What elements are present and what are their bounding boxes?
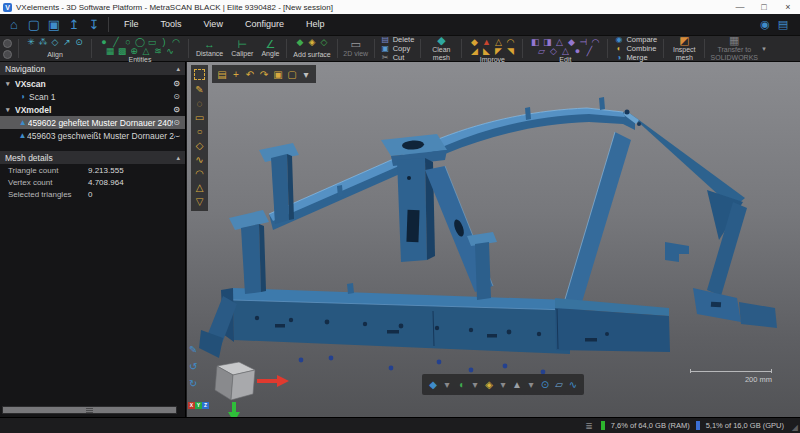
edit-split-icon[interactable]: ╱ [583,47,595,56]
surface-display-icon[interactable]: ◖ [454,379,468,390]
settings-display-icon[interactable]: ⊙ [538,379,552,390]
lasso-select-icon[interactable]: ◌ [191,97,208,111]
rotate-view-ccw-icon[interactable]: ↺ [189,362,197,372]
feedback-icon[interactable]: ▤ [774,18,792,31]
visibility-eye-closed-icon[interactable]: ⌣ [175,131,180,141]
visibility-eye-icon[interactable]: ⊙ [173,79,180,88]
rotate-right-icon[interactable]: ↷ [257,69,271,80]
pan-icon[interactable]: + [229,69,243,80]
freeform-select-icon[interactable]: ∿ [191,153,208,167]
entity-sphere-icon[interactable]: ⊕ [128,47,140,56]
visibility-eye-icon[interactable]: ⊙ [173,118,180,127]
merge-button[interactable]: ◑ Merge [614,54,657,62]
display-mode-icon[interactable]: ▤ [215,69,229,80]
scan-session-icon[interactable]: ▣ [44,15,64,35]
tripod-display-caret-icon[interactable]: ▾ [524,379,538,390]
combine-button[interactable]: ◐ Combine [614,45,657,53]
delete-button[interactable]: ▤ Delete [381,36,415,44]
mesh-display-icon[interactable]: ◆ [426,379,440,390]
rotate-left-icon[interactable]: ↶ [243,69,257,80]
align-probe-icon[interactable]: ↗ [61,38,73,47]
circle-select-icon[interactable]: ○ [191,125,208,139]
improve-decimate-icon[interactable]: ◤ [492,47,504,56]
collapse-chevron-icon[interactable]: ▴ [176,65,180,73]
add-surface-fill-icon[interactable]: ◇ [318,38,330,47]
visibility-eye-icon[interactable]: ⊙ [173,105,180,114]
view-options-caret-icon[interactable]: ▾ [299,69,313,80]
improve-bridge-icon[interactable]: ◣ [480,47,492,56]
edit-fillet-icon[interactable]: ● [571,47,583,56]
rotate-view-cw-icon[interactable]: ↻ [189,379,197,389]
edit-plane-cut-icon[interactable]: ▱ [535,47,547,56]
new-session-icon[interactable]: ▢ [24,15,44,35]
visibility-eye-icon[interactable]: ⊙ [173,92,180,101]
2d-view-button[interactable]: ▭ 2D view [341,37,371,60]
transfer-solidworks-button[interactable]: ▦ Transfer to SOLIDWORKS [708,37,760,60]
close-button[interactable]: × [776,0,800,14]
entity-grid-icon[interactable]: ▦ [104,47,116,56]
section-curve-icon[interactable]: ∿ [566,379,580,390]
edit-wrap-icon[interactable]: △ [559,47,571,56]
home-icon[interactable]: ⌂ [4,15,24,35]
compare-button[interactable]: ◉ Compare [614,36,657,44]
caret-down-icon[interactable]: ▾ [6,80,15,88]
menu-help[interactable]: Help [295,14,336,35]
tripod-display-icon[interactable]: ▲ [510,379,524,390]
navigation-panel-header[interactable]: Navigation ▴ [0,62,185,75]
entity-mesh-grid-icon[interactable]: ▩ [116,47,128,56]
tree-item-mesh-459602[interactable]: ▲ 459602 geheftet Muster Dornauer 240918… [0,116,185,129]
rectangle-selection-icon[interactable] [194,69,205,80]
tree-item-scan-1[interactable]: ◗ Scan 1 ⊙ [0,90,185,103]
rectangle-select-icon[interactable]: ▭ [191,111,208,125]
minimize-button[interactable]: — [728,0,752,14]
annotate-icon[interactable]: ✎ [189,345,197,355]
mesh-details-header[interactable]: Mesh details ▴ [0,151,185,164]
zoom-window-icon[interactable]: ▣ [271,69,285,80]
align-targets-icon[interactable]: ⁂ [37,38,49,47]
clean-mesh-button[interactable]: ◆ Clean mesh [424,37,458,60]
polygon-select-icon[interactable]: ◇ [191,139,208,153]
scrollbar-thumb[interactable] [3,407,176,413]
tree-group-vxmodel[interactable]: ▾ VXmodel ⊙ [0,103,185,116]
open-session-icon[interactable]: ↥ [64,15,84,35]
transfer-dropdown-caret-icon[interactable]: ▾ [760,45,768,53]
distance-button[interactable]: ↔ Distance [192,37,227,60]
targets-display-caret-icon[interactable]: ▾ [496,379,510,390]
surface-display-caret-icon[interactable]: ▾ [468,379,482,390]
network-status-icon[interactable]: ◉ [756,18,774,31]
entity-curve-icon[interactable]: ∿ [164,47,176,56]
arc-select-icon[interactable]: ◠ [191,167,208,181]
clipping-plane-icon[interactable]: ▱ [552,379,566,390]
improve-patch-icon[interactable]: ◢ [468,47,480,56]
tree-group-vxscan[interactable]: ▾ VXscan ⊙ [0,77,185,90]
resize-grip-icon[interactable]: ◢ [792,423,798,432]
navigation-cube[interactable] [215,362,289,417]
scan-mesh-model[interactable] [199,97,777,374]
menu-configure[interactable]: Configure [234,14,295,35]
align-plane-icon[interactable]: ◇ [49,38,61,47]
menu-view[interactable]: View [193,14,234,35]
caret-down-icon[interactable]: ▾ [6,106,15,114]
entity-surface-icon[interactable]: ≋ [152,47,164,56]
add-surface-patch-icon[interactable]: ◈ [306,38,318,47]
menu-tools[interactable]: Tools [150,14,193,35]
collapse-chevron-icon[interactable]: ▴ [176,154,180,162]
improve-refine-icon[interactable]: ◥ [504,47,516,56]
add-surface-plane-icon[interactable]: ◆ [294,38,306,47]
maximize-button[interactable]: □ [752,0,776,14]
invert-select-icon[interactable]: ▽ [191,195,208,209]
triangle-select-icon[interactable]: △ [191,181,208,195]
tree-item-mesh-459603[interactable]: ▲ 459603 geschweißt Muster Dornauer 2409… [0,129,185,142]
save-session-icon[interactable]: ↧ [84,15,104,35]
cut-button[interactable]: ✂ Cut [381,54,415,62]
edit-scale-icon[interactable]: ◇ [547,47,559,56]
caliper-button[interactable]: ⊢ Caliper [227,37,257,60]
sidebar-horizontal-scrollbar[interactable] [2,406,177,414]
brush-select-icon[interactable]: ✎ [191,83,208,97]
targets-display-icon[interactable]: ◈ [482,379,496,390]
angle-button[interactable]: ∠ Angle [257,37,283,60]
copy-button[interactable]: ▣ Copy [381,45,415,53]
toolbar-handle[interactable] [0,37,15,60]
entity-cone-icon[interactable]: △ [140,47,152,56]
mesh-display-caret-icon[interactable]: ▾ [440,379,454,390]
